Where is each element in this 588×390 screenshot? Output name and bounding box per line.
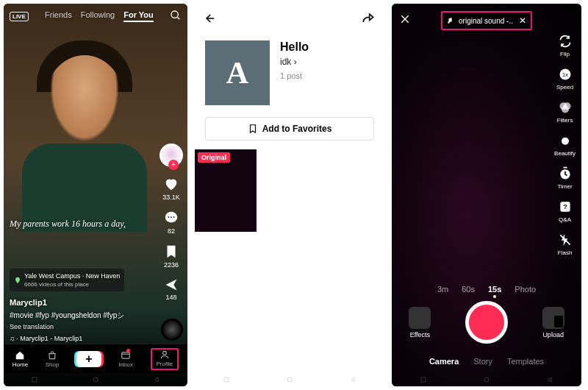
selected-sound-pill[interactable]: original sound -.. ✕: [441, 11, 532, 30]
upload-thumbnail-icon: [542, 307, 564, 329]
duration-selector: 3m 60s 15s Photo: [392, 285, 581, 294]
record-button[interactable]: [465, 301, 508, 344]
sys-back-icon[interactable]: [348, 376, 358, 383]
nav-home[interactable]: Home: [12, 350, 28, 368]
sound-disc[interactable]: [161, 319, 183, 341]
flip-camera-button[interactable]: Flip: [557, 33, 573, 57]
author-username[interactable]: Maryclip1: [10, 297, 151, 308]
beautify-icon: [558, 133, 573, 148]
qa-icon: ?: [558, 199, 573, 214]
svg-point-23: [484, 377, 489, 382]
sys-recent-icon[interactable]: [418, 376, 429, 383]
svg-point-11: [287, 377, 292, 382]
sys-home-icon[interactable]: [481, 376, 492, 383]
svg-point-0: [171, 11, 178, 18]
nav-shop[interactable]: Shop: [46, 350, 60, 368]
like-button[interactable]: 33.1K: [162, 176, 180, 201]
sound-marquee[interactable]: ♫ · Maryclip1 - Maryclip1: [10, 334, 151, 344]
svg-line-1: [177, 17, 179, 19]
sys-back-icon[interactable]: [545, 376, 555, 383]
filters-button[interactable]: Filters: [557, 99, 573, 124]
caption-area: My parents work 16 hours a day, Yale Wes…: [10, 218, 151, 344]
tab-following[interactable]: Following: [81, 10, 115, 22]
close-icon[interactable]: [399, 13, 411, 28]
live-badge[interactable]: LIVE: [10, 12, 29, 21]
nav-inbox[interactable]: Inbox: [118, 350, 133, 368]
android-system-nav: [4, 373, 187, 386]
upload-button[interactable]: Upload: [542, 307, 564, 338]
timer-button[interactable]: Timer: [557, 166, 573, 190]
sys-home-icon[interactable]: [90, 376, 101, 383]
add-to-favorites-button[interactable]: Add to Favorites: [205, 117, 374, 141]
share-forward-icon[interactable]: [361, 11, 376, 29]
sound-page-screen: A Hello idk › 1 post Add to Favorites Or…: [195, 4, 384, 386]
sys-home-icon[interactable]: [284, 376, 295, 383]
remove-sound-icon[interactable]: ✕: [519, 15, 526, 26]
feed-screen: LIVE Friends Following For You + 33.1K 8…: [4, 4, 187, 386]
author-avatar[interactable]: +: [159, 143, 183, 167]
back-arrow-icon[interactable]: [204, 11, 218, 29]
feed-header: LIVE Friends Following For You: [4, 10, 187, 23]
music-note-icon: [447, 17, 454, 24]
mode-camera[interactable]: Camera: [429, 357, 459, 366]
comment-button[interactable]: 82: [162, 210, 180, 235]
sound-video-thumbnail[interactable]: Original: [195, 149, 257, 232]
bottom-nav: Home Shop + Inbox Profile: [4, 344, 187, 373]
share-button[interactable]: 148: [162, 277, 180, 301]
caption-hashtags[interactable]: #movie #fyp #youngsheldon #fypシ: [10, 311, 151, 321]
see-translation-link[interactable]: See translation: [10, 322, 151, 332]
camera-record-screen: original sound -.. ✕ Flip 1x Speed Filte…: [392, 4, 581, 386]
svg-rect-8: [32, 377, 37, 382]
location-pin-icon: [14, 277, 21, 284]
comment-count: 82: [168, 227, 175, 235]
flash-button[interactable]: Flash: [557, 232, 573, 256]
sys-back-icon[interactable]: [151, 376, 162, 383]
svg-point-7: [163, 351, 167, 355]
beautify-button[interactable]: Beautify: [554, 132, 576, 157]
duration-photo[interactable]: Photo: [514, 285, 536, 294]
location-chip[interactable]: Yale West Campus · New Haven 6666 videos…: [10, 269, 124, 292]
duration-3m[interactable]: 3m: [437, 285, 448, 294]
profile-icon: [159, 350, 171, 360]
svg-point-4: [171, 216, 172, 218]
duration-60s[interactable]: 60s: [462, 285, 475, 294]
nav-profile[interactable]: Profile: [151, 348, 179, 370]
effects-button[interactable]: Effects: [409, 307, 431, 338]
android-system-nav: [392, 373, 581, 386]
notification-dot-icon: [126, 349, 130, 352]
filters-icon: [558, 100, 573, 115]
svg-rect-10: [224, 377, 229, 382]
tab-friends[interactable]: Friends: [45, 10, 72, 22]
sys-recent-icon[interactable]: [221, 376, 232, 383]
video-overlay-subtitle: My parents work 16 hours a day,: [10, 218, 151, 230]
bookmark-icon: [248, 124, 258, 134]
speed-icon: 1x: [558, 67, 573, 82]
follow-plus-icon[interactable]: +: [168, 160, 179, 170]
tab-for-you[interactable]: For You: [123, 10, 154, 22]
original-badge: Original: [198, 152, 230, 163]
svg-point-17: [562, 138, 569, 145]
mode-templates[interactable]: Templates: [507, 357, 544, 366]
speed-button[interactable]: 1x Speed: [556, 66, 573, 91]
sys-recent-icon[interactable]: [29, 376, 40, 383]
save-button[interactable]: 2236: [163, 244, 179, 269]
sound-author-link[interactable]: idk ›: [280, 57, 309, 67]
svg-rect-6: [122, 352, 130, 358]
sound-title: Hello: [280, 40, 309, 54]
svg-point-16: [562, 106, 569, 113]
timer-icon: [558, 166, 573, 181]
svg-rect-22: [421, 377, 426, 382]
inbox-icon: [120, 350, 132, 361]
nav-create-button[interactable]: +: [76, 351, 101, 367]
mode-selector: Camera Story Templates: [392, 357, 581, 366]
sound-post-count: 1 post: [280, 71, 309, 80]
sound-cover[interactable]: A: [205, 40, 270, 105]
camera-tool-rail: Flip 1x Speed Filters Beautify Timer ? Q…: [554, 33, 576, 256]
mode-story[interactable]: Story: [473, 357, 492, 366]
qa-button[interactable]: ? Q&A: [557, 199, 573, 223]
save-count: 2236: [164, 261, 179, 269]
search-icon[interactable]: [170, 10, 182, 23]
duration-15s[interactable]: 15s: [488, 285, 501, 294]
home-icon: [14, 350, 26, 361]
share-count: 148: [165, 294, 176, 301]
